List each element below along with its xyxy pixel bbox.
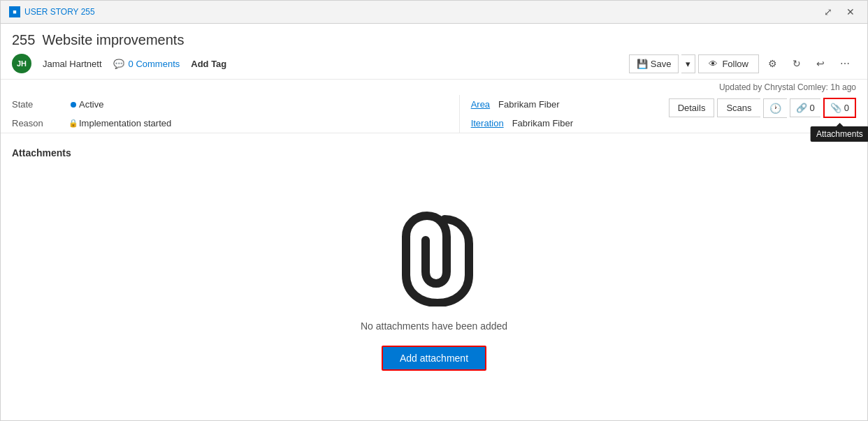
close-button[interactable]: ✕ — [842, 5, 859, 19]
refresh-button[interactable]: ↻ — [786, 54, 807, 73]
reason-label: Reason — [12, 118, 68, 128]
follow-label: Follow — [722, 59, 748, 69]
attachments-tooltip: Attachments — [811, 126, 868, 142]
fields-left: State Active Reason 🔒 Implementation sta… — [12, 95, 445, 133]
empty-state: No attachments have been added Add attac… — [12, 172, 856, 406]
fields-area: Area Fabrikam Fiber Iteration Fabrikam F… — [459, 95, 669, 133]
more-options-button[interactable]: ⋯ — [834, 54, 856, 73]
save-icon: 💾 — [637, 59, 648, 69]
undo-button[interactable]: ↩ — [810, 54, 831, 73]
add-tag-button[interactable]: Add Tag — [191, 59, 226, 69]
attachments-button[interactable]: 📎 0 — [823, 98, 856, 118]
save-button[interactable]: 💾 Save — [629, 54, 679, 73]
empty-paperclip-icon — [392, 209, 476, 306]
comments-count: 0 Comments — [129, 59, 180, 69]
iteration-label[interactable]: Iteration — [471, 118, 504, 128]
comments-section[interactable]: 💬 0 Comments — [113, 59, 180, 69]
story-number: 255 — [12, 32, 35, 48]
updated-text: Updated by Chrystal Comley: 1h ago — [1, 80, 867, 95]
area-label[interactable]: Area — [471, 99, 490, 110]
toolbar-right: 💾 Save ▾ 👁 Follow ⚙ ↻ ↩ ⋯ — [629, 54, 856, 73]
reason-value: Implementation started — [79, 118, 171, 128]
area-field: Area Fabrikam Fiber — [471, 95, 669, 114]
state-indicator — [68, 102, 79, 108]
eye-icon: 👁 — [709, 59, 718, 69]
expand-button[interactable]: ⤢ — [820, 5, 837, 19]
settings-button[interactable]: ⚙ — [762, 54, 783, 73]
save-label: Save — [651, 59, 672, 69]
active-dot — [71, 102, 76, 108]
state-value: Active — [79, 99, 103, 110]
avatar: JH — [12, 54, 31, 73]
empty-text: No attachments have been added — [361, 320, 507, 332]
paperclip-icon: 📎 — [830, 103, 841, 113]
follow-button[interactable]: 👁 Follow — [698, 54, 759, 73]
story-name: Website improvements — [42, 32, 184, 48]
links-button[interactable]: 🔗 0 — [790, 98, 820, 117]
state-label: State — [12, 99, 68, 110]
user-story-icon: ■ — [9, 6, 20, 17]
scans-tab[interactable]: Scans — [717, 98, 760, 117]
title-bar-text: USER STORY 255 — [24, 7, 95, 17]
iteration-field: Iteration Fabrikam Fiber — [471, 114, 669, 133]
title-bar: ■ USER STORY 255 ⤢ ✕ — [1, 1, 867, 24]
tabs-toolbar: Details Scans 🕐 🔗 0 📎 0 Attachments — [669, 95, 856, 118]
lock-icon: 🔒 — [68, 119, 78, 128]
content-area: Attachments No attachments have been add… — [1, 133, 867, 420]
story-title-row: 255 Website improvements — [12, 32, 856, 48]
title-bar-label: ■ USER STORY 255 — [9, 6, 95, 17]
iteration-value: Fabrikam Fiber — [512, 118, 573, 128]
details-tab[interactable]: Details — [669, 98, 715, 117]
history-button[interactable]: 🕐 — [763, 98, 787, 118]
links-icon: 🔗 — [796, 103, 807, 113]
work-item-header: 255 Website improvements JH Jamal Hartne… — [1, 24, 867, 80]
section-title: Attachments — [12, 147, 71, 158]
links-count: 0 — [810, 103, 815, 113]
comment-icon: 💬 — [113, 59, 124, 69]
fields-row: State Active Reason 🔒 Implementation sta… — [1, 95, 867, 133]
attachments-count: 0 — [844, 103, 849, 113]
add-attachment-button[interactable]: Add attachment — [382, 346, 486, 371]
area-value: Fabrikam Fiber — [498, 99, 559, 110]
author-name: Jamal Hartnett — [43, 59, 102, 69]
state-field: State Active — [12, 95, 445, 114]
save-dropdown-button[interactable]: ▾ — [681, 54, 695, 73]
reason-indicator: 🔒 — [68, 119, 79, 128]
reason-field: Reason 🔒 Implementation started — [12, 114, 445, 133]
title-bar-actions: ⤢ ✕ — [820, 5, 859, 19]
meta-row: JH Jamal Hartnett 💬 0 Comments Add Tag 💾… — [12, 54, 856, 73]
